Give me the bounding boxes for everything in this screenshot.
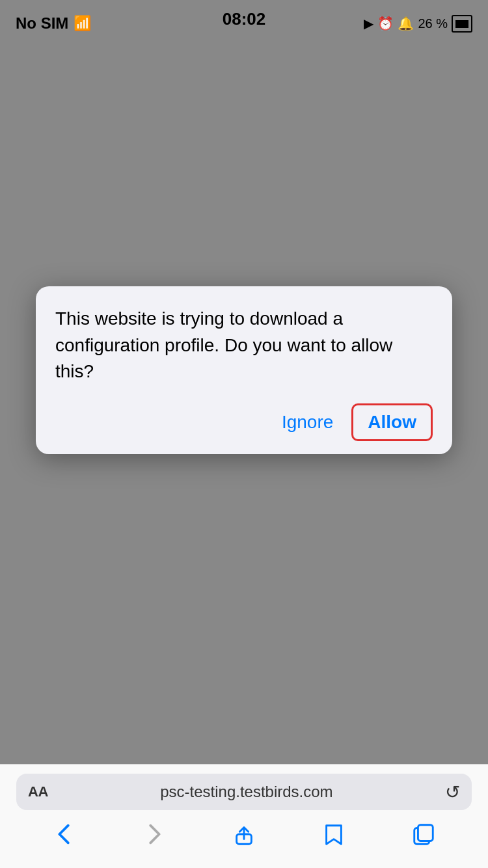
tabs-button[interactable] (407, 818, 440, 850)
status-time: 08:02 (223, 9, 266, 29)
url-aa-button[interactable]: AA (28, 783, 48, 800)
dialog-buttons: Ignore Allow (55, 403, 433, 441)
forward-icon (142, 822, 167, 847)
status-left: No SIM 📶 (16, 14, 91, 33)
svg-rect-3 (418, 825, 433, 841)
url-text: psc-testing.testbirds.com (48, 783, 445, 801)
back-icon (52, 822, 77, 847)
dialog-message: This website is trying to download a con… (55, 306, 433, 385)
allow-button[interactable]: Allow (351, 403, 433, 441)
bookmarks-button[interactable] (318, 818, 350, 850)
status-right: ▶ ⏰ 🔔 26 % (364, 15, 472, 33)
location-icon: ▶ (364, 16, 373, 31)
share-icon (232, 822, 256, 847)
ignore-button[interactable]: Ignore (270, 405, 345, 439)
clock-icon: ⏰ (377, 16, 394, 31)
battery-icon (452, 15, 472, 33)
browser-nav (0, 810, 488, 850)
back-button[interactable] (48, 818, 81, 850)
wifi-icon: 📶 (74, 15, 91, 32)
carrier-label: No SIM (16, 14, 68, 33)
tabs-icon (411, 822, 436, 847)
bookmarks-icon (321, 822, 346, 847)
share-button[interactable] (228, 818, 260, 850)
status-bar: No SIM 📶 08:02 ▶ ⏰ 🔔 26 % (0, 0, 488, 39)
battery-label: 26 % (418, 16, 448, 31)
dialog-box: This website is trying to download a con… (36, 286, 452, 454)
main-content: This website is trying to download a con… (0, 39, 488, 803)
reload-button[interactable]: ↺ (445, 781, 460, 803)
browser-bar: AA psc-testing.testbirds.com ↺ (0, 764, 488, 868)
alarm-icon: 🔔 (398, 16, 414, 31)
url-bar[interactable]: AA psc-testing.testbirds.com ↺ (16, 774, 472, 810)
forward-button[interactable] (138, 818, 170, 850)
